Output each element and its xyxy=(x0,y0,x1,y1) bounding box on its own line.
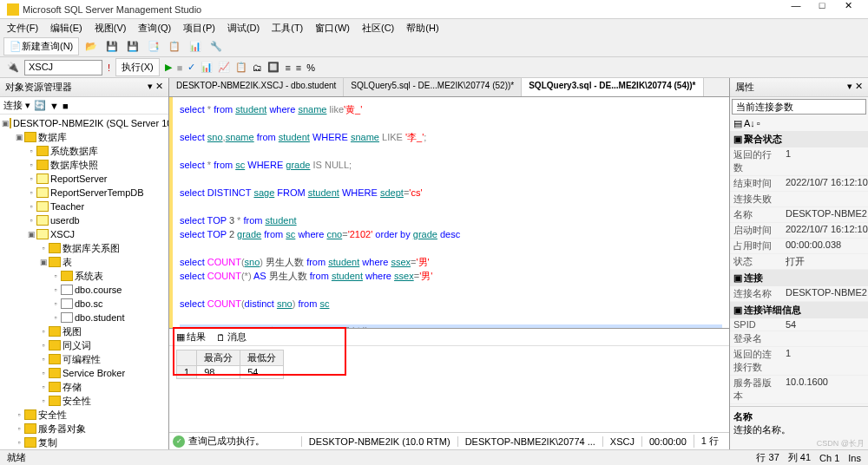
object-explorer-title: 对象资源管理器 ▾ ✕ xyxy=(0,78,168,97)
maximize-button[interactable]: □ xyxy=(809,0,835,18)
tool-d-icon[interactable]: 🗂 xyxy=(253,62,262,73)
prop-page-icon[interactable]: ▫ xyxy=(757,118,760,129)
stop-icon[interactable]: ■ xyxy=(177,62,183,73)
properties-toolbar: ▤ A↓ ▫ xyxy=(730,116,868,131)
change-conn-icon[interactable]: 🔌 xyxy=(7,62,19,73)
tree-reportserver[interactable]: ▫ReportServer xyxy=(2,172,167,186)
tree-security[interactable]: ▫安全性 xyxy=(2,408,167,422)
menu-file[interactable]: 文件(F) xyxy=(3,20,42,36)
tree-security-db[interactable]: ▫安全性 xyxy=(2,394,167,408)
menu-tools[interactable]: 工具(T) xyxy=(268,20,306,36)
menu-project[interactable]: 项目(P) xyxy=(180,20,219,36)
tree-dbo-course[interactable]: ▫dbo.course xyxy=(2,283,167,297)
tree-userdb[interactable]: ▫userdb xyxy=(2,213,167,227)
editor-tabs: DESKTOP-NBME2IK.XSCJ - dbo.student SQLQu… xyxy=(169,78,729,97)
tree-databases[interactable]: ▣数据库 xyxy=(2,130,167,144)
tab-dbo-student[interactable]: DESKTOP-NBME2IK.XSCJ - dbo.student xyxy=(169,78,344,96)
oe-filter-icon[interactable]: ▼ xyxy=(49,101,59,111)
tool-e-icon[interactable]: 🔲 xyxy=(267,62,279,73)
indent-icon[interactable]: ≡ xyxy=(285,62,290,73)
tree-views[interactable]: ▫视图 xyxy=(2,324,167,338)
tree-storage[interactable]: ▫存储 xyxy=(2,380,167,394)
parse-icon[interactable]: ✓ xyxy=(187,62,195,73)
status-db: XSCJ xyxy=(602,436,641,447)
tree-diagrams[interactable]: ▫数据库关系图 xyxy=(2,241,167,255)
col-maxscore[interactable]: 最高分 xyxy=(197,350,240,366)
outdent-icon[interactable]: ≡ xyxy=(296,62,301,73)
properties-grid[interactable]: ▣聚合状态 返回的行数1 结束时间2022/10/7 16:12:10 连接失败… xyxy=(730,131,868,406)
tree-xscj[interactable]: ▣XSCJ xyxy=(2,227,167,241)
results-grid[interactable]: 最高分最低分 19854 xyxy=(176,350,284,379)
tree-sysdb[interactable]: ▫系统数据库 xyxy=(2,144,167,158)
tree-dbo-student[interactable]: ▫dbo.student xyxy=(2,311,167,324)
results-grid-container: 最高分最低分 19854 xyxy=(169,346,729,432)
tool-icon-2[interactable]: 📋 xyxy=(166,38,183,56)
object-explorer-toolbar: 连接 ▾ 🔄 ▼ ■ xyxy=(0,97,168,115)
tree-programmability[interactable]: ▫可编程性 xyxy=(2,352,167,366)
status-text: 查询已成功执行。 xyxy=(188,435,301,448)
panel-close-icon[interactable]: ▾ ✕ xyxy=(847,81,863,94)
query-status-bar: ✓ 查询已成功执行。 DESKTOP-NBME2IK (10.0 RTM) DE… xyxy=(169,432,729,449)
execute-button[interactable]: 执行(X) xyxy=(115,58,160,76)
tree-teacher[interactable]: ▫Teacher xyxy=(2,200,167,213)
menu-edit[interactable]: 编辑(E) xyxy=(47,20,86,36)
tool-icon-4[interactable]: 🔧 xyxy=(207,38,225,56)
tab-messages[interactable]: 🗒消息 xyxy=(216,331,247,344)
tab-sqlquery3[interactable]: SQLQuery3.sql - DE...ME2IK\20774 (54))* xyxy=(522,78,703,96)
tree-synonyms[interactable]: ▫同义词 xyxy=(2,338,167,352)
tool-icon-3[interactable]: 📊 xyxy=(187,38,204,56)
panel-close-icon[interactable]: ▾ ✕ xyxy=(148,81,163,94)
tool-a-icon[interactable]: 📊 xyxy=(201,62,213,73)
database-selector[interactable]: XSCJ xyxy=(24,60,102,75)
tree-systables[interactable]: ▫系统表 xyxy=(2,269,167,283)
prop-cat-icon[interactable]: ▤ xyxy=(733,118,742,129)
tab-results[interactable]: ▦结果 xyxy=(176,331,206,344)
tree-reportservertemp[interactable]: ▫ReportServerTempDB xyxy=(2,186,167,200)
menu-help[interactable]: 帮助(H) xyxy=(403,20,442,36)
oe-stop-icon[interactable]: ■ xyxy=(62,101,69,111)
minimize-button[interactable]: — xyxy=(783,0,809,18)
connect-button[interactable]: 连接 ▾ xyxy=(3,99,30,112)
object-explorer: 对象资源管理器 ▾ ✕ 连接 ▾ 🔄 ▼ ■ ▣DESKTOP-NBME2IK … xyxy=(0,78,169,449)
tab-sqlquery5[interactable]: SQLQuery5.sql - DE...ME2IK\20774 (52))* xyxy=(344,78,522,96)
menu-window[interactable]: 窗口(W) xyxy=(312,20,353,36)
tool-icon-1[interactable]: 📑 xyxy=(145,38,162,56)
tree-snapshot[interactable]: ▫数据库快照 xyxy=(2,158,167,172)
prop-cat-aggregate[interactable]: ▣聚合状态 xyxy=(730,131,868,147)
prop-az-icon[interactable]: A↓ xyxy=(744,118,755,129)
prop-cat-connection[interactable]: ▣连接 xyxy=(730,270,868,286)
prop-desc-title: 名称 xyxy=(733,410,865,423)
main-toolbar: 📄 新建查询(N) 📂 💾 💾 📑 📋 📊 🔧 xyxy=(0,36,868,57)
object-tree[interactable]: ▣DESKTOP-NBME2IK (SQL Server 10.0.160 ▣数… xyxy=(0,115,168,449)
query-toolbar: 🔌 XSCJ ! 执行(X) ▶ ■ ✓ 📊 📈 📋 🗂 🔲 ≡ ≡ % xyxy=(0,57,868,78)
tool-c-icon[interactable]: 📋 xyxy=(235,62,247,73)
app-status-bar: 就绪 行 37 列 41 Ch 1 Ins xyxy=(0,449,868,465)
new-query-label: 新建查询(N) xyxy=(22,40,73,53)
tree-servicebroker[interactable]: ▫Service Broker xyxy=(2,366,167,380)
tree-dbo-sc[interactable]: ▫dbo.sc xyxy=(2,297,167,311)
tree-serverobj[interactable]: ▫服务器对象 xyxy=(2,422,167,436)
properties-selector[interactable]: 当前连接参数 xyxy=(732,99,866,115)
menu-debug[interactable]: 调试(D) xyxy=(224,20,263,36)
menu-community[interactable]: 社区(C) xyxy=(358,20,398,36)
menu-bar: 文件(F) 编辑(E) 视图(V) 查询(Q) 项目(P) 调试(D) 工具(T… xyxy=(0,19,868,36)
oe-refresh-icon[interactable]: 🔄 xyxy=(34,100,46,111)
save-icon[interactable]: 💾 xyxy=(103,38,121,56)
new-query-button[interactable]: 📄 新建查询(N) xyxy=(3,37,79,56)
saveall-icon[interactable]: 💾 xyxy=(124,38,141,56)
table-row[interactable]: 19854 xyxy=(177,366,284,379)
menu-view[interactable]: 视图(V) xyxy=(91,20,130,36)
prop-cat-details[interactable]: ▣连接详细信息 xyxy=(730,302,868,318)
results-tabs: ▦结果 🗒消息 xyxy=(169,329,729,346)
tree-replication[interactable]: ▫复制 xyxy=(2,436,167,449)
menu-query[interactable]: 查询(Q) xyxy=(135,20,174,36)
open-icon[interactable]: 📂 xyxy=(82,38,100,56)
tree-tables[interactable]: ▣表 xyxy=(2,255,167,269)
close-button[interactable]: ✕ xyxy=(835,0,861,18)
debug-icon[interactable]: ▶ xyxy=(165,62,172,73)
sql-editor[interactable]: select * from student where sname like'黄… xyxy=(169,97,729,328)
tree-server[interactable]: ▣DESKTOP-NBME2IK (SQL Server 10.0.160 xyxy=(2,116,167,130)
tool-b-icon[interactable]: 📈 xyxy=(218,62,230,73)
col-minscore[interactable]: 最低分 xyxy=(240,350,284,366)
comment-icon[interactable]: % xyxy=(306,62,315,73)
